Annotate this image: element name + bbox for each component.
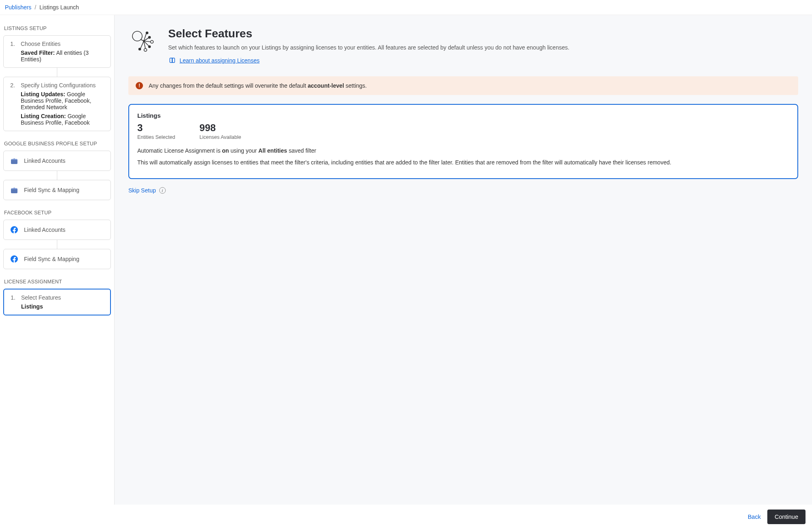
svg-point-7 xyxy=(151,41,154,43)
back-button[interactable]: Back xyxy=(748,514,761,520)
auto-assignment-line: Automatic License Assignment is on using… xyxy=(137,147,789,155)
learn-link-label: Learn about assigning Licenses xyxy=(180,57,260,64)
step-detail: Listing Creation: Google Business Profil… xyxy=(21,113,105,126)
sidebar-item-label: Linked Accounts xyxy=(24,227,65,233)
sidebar-item-label: Field Sync & Mapping xyxy=(24,256,79,262)
sidebar-item-fb-field-sync[interactable]: Field Sync & Mapping xyxy=(3,249,111,269)
breadcrumb: Publishers / Listings Launch xyxy=(0,0,812,15)
licenses-label: Licenses Available xyxy=(199,134,241,140)
svg-point-5 xyxy=(146,32,148,34)
entities-label: Entities Selected xyxy=(137,134,175,140)
auto-assignment-description: This will automatically assign licenses … xyxy=(137,158,789,167)
step-number: 2. xyxy=(9,82,15,89)
section-label-fb-setup: FACEBOOK SETUP xyxy=(4,210,111,216)
svg-line-12 xyxy=(141,39,144,41)
svg-line-18 xyxy=(141,41,144,48)
warning-text: Any changes from the default settings wi… xyxy=(149,82,367,89)
stat-entities: 3 Entities Selected xyxy=(137,122,175,140)
step-select-features[interactable]: 1. Select Features Listings xyxy=(3,289,111,315)
step-number: 1. xyxy=(9,41,15,47)
skip-setup-link[interactable]: Skip Setup xyxy=(128,187,156,194)
entities-count: 3 xyxy=(137,122,175,134)
section-label-license: LICENSE ASSIGNMENT xyxy=(4,279,111,285)
sidebar-item-gbp-field-sync[interactable]: Field Sync & Mapping xyxy=(3,180,111,200)
google-business-icon xyxy=(10,186,18,194)
footer: Back Continue xyxy=(0,505,812,527)
step-choose-entities[interactable]: 1. Choose Entities Saved Filter: All ent… xyxy=(3,35,111,68)
svg-point-10 xyxy=(139,48,141,50)
section-label-gbp-setup: GOOGLE BUSINESS PROFILE SETUP xyxy=(4,141,111,147)
step-detail: Listing Updates: Google Business Profile… xyxy=(21,91,105,110)
sidebar-item-gbp-linked-accounts[interactable]: Linked Accounts xyxy=(3,151,111,171)
step-detail: Saved Filter: All entities (3 Entities) xyxy=(21,50,105,63)
info-icon[interactable]: i xyxy=(159,187,166,194)
warning-banner: ! Any changes from the default settings … xyxy=(128,76,798,95)
step-title: Specify Listing Configurations xyxy=(21,82,95,89)
facebook-icon xyxy=(10,255,18,263)
sidebar-item-label: Field Sync & Mapping xyxy=(24,187,79,193)
breadcrumb-current: Listings Launch xyxy=(39,4,79,11)
svg-point-9 xyxy=(144,49,147,52)
page-title: Select Features xyxy=(168,27,569,40)
network-graph-icon xyxy=(128,27,158,58)
book-icon xyxy=(168,56,176,65)
sidebar-item-fb-linked-accounts[interactable]: Linked Accounts xyxy=(3,220,111,240)
step-title: Select Features xyxy=(21,294,61,301)
learn-licenses-link[interactable]: Learn about assigning Licenses xyxy=(168,56,260,65)
card-title: Listings xyxy=(137,112,789,119)
stat-licenses: 998 Licenses Available xyxy=(199,122,241,140)
main-content: Select Features Set which features to la… xyxy=(115,15,812,526)
svg-point-8 xyxy=(149,46,151,48)
google-business-icon xyxy=(10,157,18,165)
breadcrumb-parent-link[interactable]: Publishers xyxy=(5,4,31,11)
page-description: Set which features to launch on your Lis… xyxy=(168,44,569,51)
step-detail: Listings xyxy=(21,303,104,310)
section-label-listings-setup: LISTINGS SETUP xyxy=(4,26,111,31)
sidebar-item-label: Linked Accounts xyxy=(24,158,65,164)
step-title: Choose Entities xyxy=(21,41,61,47)
step-number: 1. xyxy=(10,294,15,301)
sidebar: LISTINGS SETUP 1. Choose Entities Saved … xyxy=(0,15,115,526)
facebook-icon xyxy=(10,226,18,234)
licenses-count: 998 xyxy=(199,122,241,134)
listings-card: Listings 3 Entities Selected 998 License… xyxy=(128,104,798,179)
step-specify-configurations[interactable]: 2. Specify Listing Configurations Listin… xyxy=(3,77,111,131)
continue-button[interactable]: Continue xyxy=(767,510,806,524)
warning-icon: ! xyxy=(136,82,143,89)
breadcrumb-separator: / xyxy=(35,4,36,11)
